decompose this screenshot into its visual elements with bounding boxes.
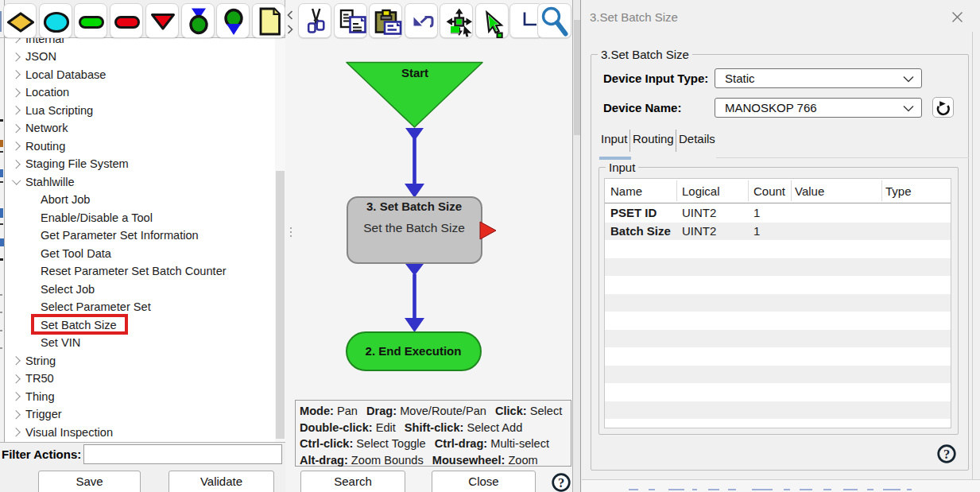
table-row-empty[interactable]	[605, 330, 951, 348]
table-row-empty[interactable]	[605, 383, 951, 401]
tree-scrollbar-thumb[interactable]	[276, 171, 285, 439]
tree-item-set-vin[interactable]: Set VIN	[5, 334, 275, 352]
device-input-type-combo[interactable]: Static	[715, 68, 922, 88]
tree-item-select-job[interactable]: Select Job	[5, 281, 275, 299]
table-row-empty[interactable]	[605, 419, 951, 428]
table-row-batch-size[interactable]: Batch SizeUINT21	[605, 223, 951, 241]
tab-routing[interactable]: Routing	[633, 132, 674, 145]
chevron-collapsed-icon[interactable]	[11, 142, 20, 151]
chevron-collapsed-icon[interactable]	[11, 428, 20, 437]
tree-item-string[interactable]: String	[5, 352, 275, 370]
canvas-scrollbar[interactable]	[572, 0, 580, 492]
diamond-shape-button[interactable]	[3, 3, 37, 38]
input-table[interactable]: Name Logical Count Value Type PSET IDUIN…	[604, 178, 951, 428]
chevron-collapsed-icon[interactable]	[11, 160, 20, 169]
table-row-pset-id[interactable]: PSET IDUINT21	[605, 204, 951, 223]
tree-item-lua-scripting[interactable]: Lua Scripting	[5, 102, 275, 120]
tree-item-label: TR50	[25, 370, 54, 388]
start-node-shape-button[interactable]	[181, 3, 215, 38]
tree-item-local-database[interactable]: Local Database	[5, 66, 275, 84]
tree-item-enable-disable-a-tool[interactable]: Enable/Disable a Tool	[5, 209, 275, 227]
paste-button[interactable]	[369, 3, 402, 38]
refresh-device-button[interactable]	[932, 97, 954, 118]
chevron-collapsed-icon[interactable]	[11, 374, 20, 383]
chevron-collapsed-icon[interactable]	[11, 124, 20, 133]
validate-button[interactable]: Validate	[168, 471, 274, 492]
undo-button[interactable]	[405, 3, 438, 38]
tree-item-network[interactable]: Network	[5, 119, 275, 138]
dialog-close-icon[interactable]	[951, 11, 963, 23]
select-button[interactable]	[475, 3, 509, 38]
tree-item-tr50[interactable]: TR50	[5, 370, 275, 388]
tree-item-trigger[interactable]: Trigger	[5, 405, 275, 424]
step-output-port[interactable]	[480, 222, 496, 239]
artifact-fragment	[0, 312, 2, 313]
start-node-label: Start	[401, 66, 428, 79]
chevron-expanded-icon[interactable]	[12, 176, 21, 185]
toolbar-overflow-arrows[interactable]	[285, 6, 296, 38]
tree-item-get-tool-data[interactable]: Get Tool Data	[5, 245, 275, 263]
tree-item-label: Routing	[25, 138, 65, 156]
tree-item-stahlwille[interactable]: Stahlwille	[5, 173, 275, 192]
cut-button[interactable]	[298, 3, 331, 38]
tree-item-reset-parameter-set-batch-counter[interactable]: Reset Parameter Set Batch Counter	[5, 262, 275, 281]
tab-details[interactable]: Details	[679, 132, 715, 145]
red-pill-shape-button[interactable]	[110, 3, 143, 38]
move-button[interactable]	[440, 3, 473, 38]
tree-item-label: Location	[25, 83, 69, 102]
connector2-line[interactable]	[413, 274, 416, 320]
zoom-button[interactable]	[537, 3, 571, 38]
tree-item-staging-file-system[interactable]: Staging File System	[5, 155, 275, 173]
chevron-collapsed-icon[interactable]	[11, 357, 20, 366]
red-triangle-shape-button[interactable]	[145, 3, 179, 38]
table-row-empty[interactable]	[605, 276, 951, 294]
tree-item-internal[interactable]: Internal	[5, 38, 275, 48]
artifact-fragment	[0, 181, 3, 183]
ellipse-shape-button[interactable]	[39, 3, 72, 38]
canvas-help-icon[interactable]: ?	[552, 473, 571, 492]
chevron-collapsed-icon[interactable]	[11, 107, 20, 115]
table-row-empty[interactable]	[605, 366, 951, 384]
tree-item-thing[interactable]: Thing	[5, 388, 275, 406]
chevron-collapsed-icon[interactable]	[11, 71, 20, 79]
save-button[interactable]: Save	[38, 471, 141, 492]
splitter-dot	[290, 235, 292, 237]
toolbar-scroll-icons[interactable]	[285, 6, 296, 38]
device-input-type-label: Device Input Type:	[603, 72, 708, 85]
tree-item-abort-job[interactable]: Abort Job	[5, 191, 275, 209]
table-row-empty[interactable]	[605, 240, 951, 258]
table-row-empty[interactable]	[605, 401, 951, 420]
chevron-collapsed-icon[interactable]	[11, 410, 20, 419]
table-row-empty[interactable]	[605, 258, 951, 277]
connector1-line[interactable]	[413, 138, 416, 186]
green-pill-shape-button[interactable]	[74, 3, 107, 38]
tree-item-visual-inspection[interactable]: Visual Inspection	[5, 424, 275, 442]
filter-actions-input[interactable]	[83, 444, 282, 464]
note-shape-button[interactable]	[252, 3, 285, 38]
panel-splitter-handle[interactable]	[289, 227, 292, 242]
tree-item-routing[interactable]: Routing	[5, 138, 275, 156]
table-row-empty[interactable]	[605, 294, 951, 312]
canvas-scrollbar-thumb[interactable]	[574, 20, 580, 135]
table-row-empty[interactable]	[605, 312, 951, 330]
copy-button[interactable]	[334, 3, 367, 38]
tab-input[interactable]: Input	[601, 132, 627, 145]
tree-scrollbar[interactable]	[275, 38, 285, 442]
device-name-combo[interactable]: MANOSKOP 766	[715, 98, 922, 118]
artifact-fragment	[0, 223, 3, 225]
tree-item-get-parameter-set-information[interactable]: Get Parameter Set Information	[5, 227, 275, 245]
tree-item-location[interactable]: Location	[5, 83, 275, 102]
search-button[interactable]: Search	[300, 471, 405, 492]
tree-item-label: Reset Parameter Set Batch Counter	[41, 262, 227, 281]
tree-item-json[interactable]: JSON	[5, 48, 275, 66]
table-row-empty[interactable]	[605, 347, 951, 366]
close-button[interactable]: Close	[432, 471, 536, 492]
dialog-help-icon[interactable]: ?	[937, 444, 956, 463]
end-node-shape-button[interactable]	[216, 3, 250, 38]
dialog-bottom-strip	[582, 480, 980, 492]
chevron-collapsed-icon[interactable]	[11, 52, 20, 61]
table-cell: 1	[753, 204, 760, 223]
chevron-collapsed-icon[interactable]	[11, 88, 20, 97]
chevron-collapsed-icon[interactable]	[11, 393, 20, 401]
input-table-header: Name Logical Count Value Type	[605, 179, 951, 203]
